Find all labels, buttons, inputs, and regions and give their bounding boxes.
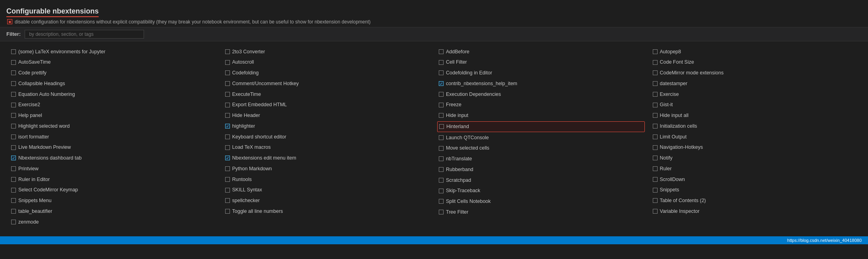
ext-item-hinterland[interactable]: Hinterland (437, 121, 645, 132)
ext-checkbox-isort-formatter[interactable] (11, 134, 16, 139)
ext-checkbox-execution-dependencies[interactable] (439, 92, 444, 97)
ext-item-initialization-cells[interactable]: Initialization cells (651, 121, 859, 131)
ext-item-2to3-converter[interactable]: 2to3 Converter (224, 47, 431, 57)
ext-checkbox-help-panel[interactable] (11, 113, 16, 118)
ext-checkbox-equation-auto-numbering[interactable] (11, 92, 16, 97)
ext-item-load-tex-macros[interactable]: Load TeX macros (224, 142, 431, 152)
disable-compat-checkbox[interactable]: ■ (7, 19, 12, 24)
ext-checkbox-collapsible-headings[interactable] (11, 81, 16, 86)
ext-checkbox-zenmode[interactable] (11, 220, 16, 224)
ext-item-latex-env[interactable]: (some) LaTeX environments for Jupyter (10, 47, 217, 57)
ext-item-keyboard-shortcut-editor[interactable]: Keyboard shortcut editor (224, 132, 431, 142)
ext-item-code-font-size[interactable]: Code Font Size (651, 57, 859, 67)
ext-checkbox-printview[interactable] (11, 166, 16, 171)
ext-item-skip-traceback[interactable]: Skip-Traceback (437, 186, 645, 196)
ext-item-equation-auto-numbering[interactable]: Equation Auto Numbering (10, 90, 217, 99)
ext-checkbox-2to3-converter[interactable] (225, 49, 230, 54)
ext-checkbox-live-markdown-preview[interactable] (11, 145, 16, 150)
ext-item-table-beautifier[interactable]: table_beautifier (10, 206, 217, 216)
ext-item-highlight-selected-word[interactable]: Highlight selected word (10, 121, 217, 131)
ext-checkbox-navigation-hotkeys[interactable] (653, 145, 658, 150)
ext-item-help-panel[interactable]: Help panel (10, 111, 217, 121)
ext-checkbox-keyboard-shortcut-editor[interactable] (225, 134, 230, 139)
ext-checkbox-snippets-menu[interactable] (11, 198, 16, 203)
ext-checkbox-export-embedded-html[interactable] (225, 103, 230, 107)
ext-item-table-of-contents[interactable]: Table of Contents (2) (651, 196, 859, 206)
ext-item-nbextensions-edit-menu-item[interactable]: ✓Nbextensions edit menu item (224, 153, 431, 163)
ext-checkbox-python-markdown[interactable] (225, 166, 230, 171)
ext-item-limit-output[interactable]: Limit Output (651, 132, 859, 142)
ext-item-variable-inspector[interactable]: Variable Inspector (651, 206, 859, 216)
ext-item-exercise[interactable]: Exercise (651, 90, 859, 99)
ext-checkbox-split-cells-notebook[interactable] (439, 199, 444, 204)
ext-checkbox-comment-uncomment-hotkey[interactable] (225, 81, 230, 86)
ext-checkbox-runtools[interactable] (225, 177, 230, 182)
ext-checkbox-contrib-nbextensions-help-item[interactable]: ✓ (439, 81, 444, 86)
ext-checkbox-gist-it[interactable] (653, 103, 658, 107)
ext-item-runtools[interactable]: Runtools (224, 175, 431, 185)
ext-item-autoscroll[interactable]: Autoscroll (224, 57, 431, 67)
ext-checkbox-freeze[interactable] (439, 103, 444, 107)
ext-checkbox-hinterland[interactable] (439, 124, 444, 129)
ext-checkbox-tree-filter[interactable] (439, 210, 444, 214)
ext-checkbox-launch-qtconsole[interactable] (439, 135, 444, 140)
ext-item-nbextensions-dashboard-tab[interactable]: ✓Nbextensions dashboard tab (10, 153, 217, 163)
ext-item-printview[interactable]: Printview (10, 164, 217, 174)
ext-checkbox-code-prettify[interactable] (11, 70, 16, 75)
ext-checkbox-exercise2[interactable] (11, 103, 16, 107)
ext-checkbox-codemirror-mode-extensions[interactable] (653, 70, 658, 75)
ext-item-ruler-in-editor[interactable]: Ruler in Editor (10, 175, 217, 185)
ext-checkbox-codefolding[interactable] (225, 70, 230, 75)
ext-item-freeze[interactable]: Freeze (437, 100, 645, 110)
ext-item-isort-formatter[interactable]: isort formatter (10, 132, 217, 142)
ext-item-autosavetime[interactable]: AutoSaveTime (10, 57, 217, 67)
ext-checkbox-nbextensions-edit-menu-item[interactable]: ✓ (225, 156, 230, 160)
ext-checkbox-hide-input-all[interactable] (653, 113, 658, 118)
ext-item-select-codemirror-keymap[interactable]: Select CodeMirror Keymap (10, 185, 217, 195)
ext-checkbox-variable-inspector[interactable] (653, 209, 658, 214)
ext-checkbox-cell-filter[interactable] (439, 60, 444, 65)
ext-item-hide-input-all[interactable]: Hide input all (651, 111, 859, 121)
ext-item-navigation-hotkeys[interactable]: Navigation-Hotkeys (651, 142, 859, 152)
ext-checkbox-move-selected-cells[interactable] (439, 146, 444, 151)
ext-checkbox-latex-env[interactable] (11, 49, 16, 54)
ext-checkbox-select-codemirror-keymap[interactable] (11, 188, 16, 193)
ext-checkbox-autoscroll[interactable] (225, 60, 230, 65)
ext-item-code-prettify[interactable]: Code prettify (10, 68, 217, 78)
ext-checkbox-codefolding-in-editor[interactable] (439, 70, 444, 75)
ext-item-snippets[interactable]: Snippets (651, 185, 859, 195)
ext-item-cell-filter[interactable]: Cell Filter (437, 57, 645, 67)
ext-item-move-selected-cells[interactable]: Move selected cells (437, 143, 645, 153)
ext-item-tree-filter[interactable]: Tree Filter (437, 207, 645, 217)
ext-checkbox-initialization-cells[interactable] (653, 124, 658, 129)
ext-checkbox-notify[interactable] (653, 156, 658, 160)
ext-item-zenmode[interactable]: zenmode (10, 217, 217, 227)
ext-item-rubberband[interactable]: Rubberband (437, 165, 645, 175)
ext-item-snippets-menu[interactable]: Snippets Menu (10, 196, 217, 206)
ext-checkbox-nbextensions-dashboard-tab[interactable]: ✓ (11, 156, 16, 160)
ext-checkbox-addbefore[interactable] (439, 49, 444, 54)
ext-item-spellchecker[interactable]: spellchecker (224, 196, 431, 206)
ext-item-collapsible-headings[interactable]: Collapsible Headings (10, 79, 217, 89)
ext-item-codefolding[interactable]: Codefolding (224, 68, 431, 78)
ext-item-ruler[interactable]: Ruler (651, 164, 859, 174)
ext-checkbox-executetime[interactable] (225, 92, 230, 97)
ext-checkbox-table-beautifier[interactable] (11, 209, 16, 214)
ext-item-executetime[interactable]: ExecuteTime (224, 90, 431, 99)
ext-item-comment-uncomment-hotkey[interactable]: Comment/Uncomment Hotkey (224, 79, 431, 89)
ext-checkbox-toggle-all-line-numbers[interactable] (225, 209, 230, 214)
ext-item-datestamper[interactable]: datestamper (651, 79, 859, 89)
ext-item-addbefore[interactable]: AddBefore (437, 47, 645, 57)
ext-item-split-cells-notebook[interactable]: Split Cells Notebook (437, 197, 645, 206)
ext-checkbox-ruler-in-editor[interactable] (11, 177, 16, 182)
ext-checkbox-exercise[interactable] (653, 92, 658, 97)
ext-item-execution-dependencies[interactable]: Execution Dependencies (437, 90, 645, 99)
ext-checkbox-scratchpad[interactable] (439, 178, 444, 183)
ext-item-gist-it[interactable]: Gist-it (651, 100, 859, 110)
ext-checkbox-hide-header[interactable] (225, 113, 230, 118)
ext-item-live-markdown-preview[interactable]: Live Markdown Preview (10, 142, 217, 152)
ext-checkbox-load-tex-macros[interactable] (225, 145, 230, 150)
ext-item-toggle-all-line-numbers[interactable]: Toggle all line numbers (224, 206, 431, 216)
ext-checkbox-table-of-contents[interactable] (653, 198, 658, 203)
ext-item-highlighter[interactable]: ✓highlighter (224, 121, 431, 131)
